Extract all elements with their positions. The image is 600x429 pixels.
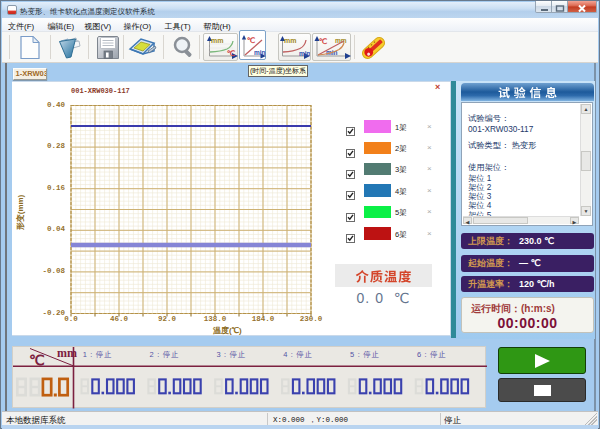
svg-text:℃: ℃ <box>247 36 255 45</box>
svg-text:min: min <box>299 50 310 57</box>
svg-text:℃: ℃ <box>227 49 235 58</box>
svg-text:mm: mm <box>211 37 223 44</box>
svg-text:min: min <box>254 49 266 56</box>
svg-text:℃: ℃ <box>319 37 327 46</box>
svg-text:mm: mm <box>284 37 296 44</box>
